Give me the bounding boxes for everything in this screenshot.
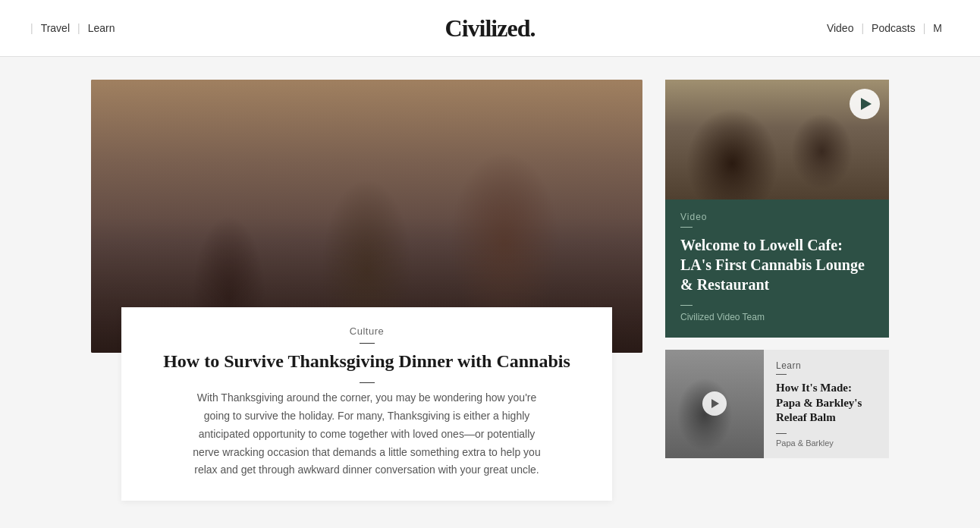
sidebar-video-author: Civilized Video Team xyxy=(680,312,874,322)
nav-item-travel[interactable]: Travel xyxy=(33,22,77,34)
sidebar-item-2: Learn How It's Made: Papa & Barkley's Re… xyxy=(665,350,889,458)
nav-left: | Travel | Learn xyxy=(30,22,122,34)
sidebar-video-title[interactable]: Welcome to Lowell Cafe: LA's First Canna… xyxy=(680,235,874,294)
sidebar-item-2-thumbnail xyxy=(665,350,764,458)
main-content: Culture How to Survive Thanksgiving Dinn… xyxy=(0,57,980,523)
sidebar-item-2-info: Learn How It's Made: Papa & Barkley's Re… xyxy=(764,350,889,458)
sidebar-item-2-divider xyxy=(776,374,787,375)
sidebar-video-thumbnail xyxy=(665,80,889,200)
site-header: | Travel | Learn Civilized. Video | Podc… xyxy=(0,0,980,57)
article-divider xyxy=(360,343,375,344)
sidebar-item-2-divider2 xyxy=(776,433,787,434)
nav-right: Video | Podcasts | M xyxy=(819,22,950,34)
nav-item-learn[interactable]: Learn xyxy=(80,22,123,34)
sidebar-video-label: Video xyxy=(680,212,874,222)
sidebar-item-2-author: Papa & Barkley xyxy=(776,438,877,448)
play-button-small[interactable] xyxy=(702,391,727,416)
main-article: Culture How to Survive Thanksgiving Dinn… xyxy=(91,80,642,501)
sidebar-video-divider2 xyxy=(680,305,693,306)
article-category: Culture xyxy=(152,325,582,337)
nav-item-more[interactable]: M xyxy=(925,22,950,34)
main-article-card: Culture How to Survive Thanksgiving Dinn… xyxy=(121,307,612,501)
article-body: With Thanksgiving around the corner, you… xyxy=(185,389,549,479)
nav-item-podcasts[interactable]: Podcasts xyxy=(864,22,923,34)
article-title[interactable]: How to Survive Thanksgiving Dinner with … xyxy=(152,350,582,373)
play-button-large[interactable] xyxy=(850,89,880,119)
sidebar-video-info: Video Welcome to Lowell Cafe: LA's First… xyxy=(665,200,889,338)
sidebar-video-card: Video Welcome to Lowell Cafe: LA's First… xyxy=(665,80,889,338)
sidebar-item-2-label: Learn xyxy=(776,360,877,371)
site-logo[interactable]: Civilized. xyxy=(445,14,536,42)
article-divider-2 xyxy=(360,382,375,383)
sidebar: Video Welcome to Lowell Cafe: LA's First… xyxy=(665,80,889,458)
sidebar-item-2-title[interactable]: How It's Made: Papa & Barkley's Releaf B… xyxy=(776,381,877,426)
sidebar-video-divider xyxy=(680,227,693,228)
nav-item-video[interactable]: Video xyxy=(819,22,862,34)
